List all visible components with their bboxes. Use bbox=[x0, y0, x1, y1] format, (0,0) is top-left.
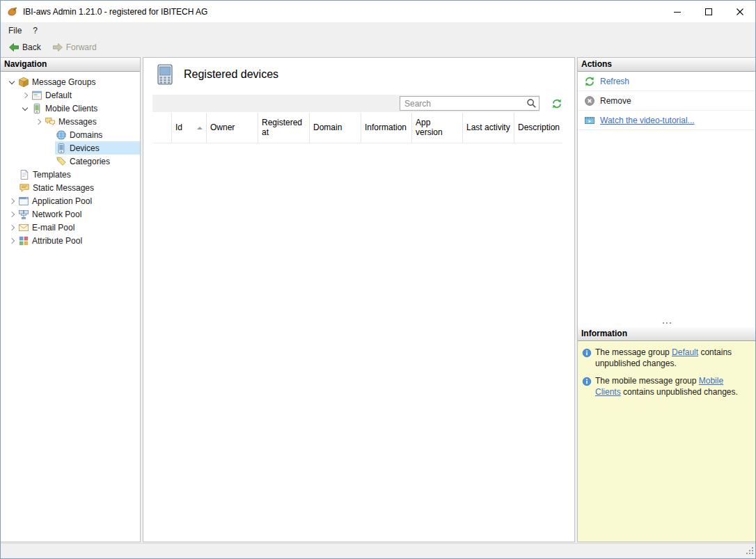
chevron-down-icon[interactable] bbox=[19, 103, 31, 114]
tree-item-mobile-clients[interactable]: Mobile Clients bbox=[1, 102, 140, 115]
search-strip bbox=[152, 95, 540, 112]
refresh-icon bbox=[584, 76, 595, 87]
search-icon[interactable] bbox=[526, 97, 537, 109]
menu-bar: File ? bbox=[1, 22, 755, 38]
chevron-right-icon[interactable] bbox=[33, 116, 44, 127]
forward-arrow-icon bbox=[52, 42, 63, 53]
column-header-blank bbox=[152, 113, 171, 143]
content-area: Navigation Message Groups Default bbox=[1, 56, 755, 543]
devices-icon bbox=[56, 143, 67, 154]
status-bar bbox=[1, 543, 755, 558]
forward-button[interactable]: Forward bbox=[47, 40, 102, 54]
navigation-header: Navigation bbox=[1, 58, 140, 72]
navigation-tree: Message Groups Default Mobile Clients bbox=[1, 72, 140, 247]
chevron-right-icon[interactable] bbox=[6, 196, 17, 207]
domains-icon bbox=[56, 129, 67, 141]
static-messages-icon bbox=[19, 182, 30, 194]
refresh-area bbox=[540, 98, 562, 109]
actions-filler bbox=[578, 130, 755, 318]
search-input[interactable] bbox=[400, 96, 540, 111]
action-watch-video-tutorial[interactable]: Watch the video-tutorial... bbox=[578, 111, 755, 130]
info-icon bbox=[582, 348, 592, 358]
tree-item-templates[interactable]: Templates bbox=[1, 168, 140, 181]
column-header-owner[interactable]: Owner bbox=[206, 113, 258, 143]
refresh-link[interactable]: Refresh bbox=[600, 77, 629, 86]
chevron-right-icon[interactable] bbox=[19, 90, 31, 101]
actions-list: Refresh Remove Watch the video-tutorial.… bbox=[578, 72, 755, 130]
title-bar: IBI-aws Admin 1.21.0 - registered for IB… bbox=[1, 1, 755, 22]
default-group-icon bbox=[31, 90, 42, 101]
search-box bbox=[400, 96, 540, 111]
sort-ascending-icon bbox=[197, 127, 203, 129]
menu-file[interactable]: File bbox=[3, 22, 27, 38]
network-pool-icon bbox=[18, 209, 29, 220]
tree-item-network-pool[interactable]: Network Pool bbox=[1, 207, 140, 221]
resize-grip-icon[interactable] bbox=[746, 546, 754, 557]
close-button[interactable] bbox=[724, 1, 755, 22]
actions-header: Actions bbox=[578, 58, 755, 72]
refresh-icon[interactable] bbox=[551, 98, 562, 109]
registered-devices-icon bbox=[157, 64, 173, 85]
column-header-information[interactable]: Information bbox=[361, 113, 411, 143]
navigation-toolbar: Back Forward bbox=[1, 38, 755, 56]
column-header-registered-at[interactable]: Registered at bbox=[258, 113, 309, 143]
tree-item-attribute-pool[interactable]: Attribute Pool bbox=[1, 234, 140, 247]
tree-item-static-messages[interactable]: Static Messages bbox=[1, 181, 140, 194]
minimize-button[interactable] bbox=[661, 1, 693, 22]
tree-item-default[interactable]: Default bbox=[1, 88, 140, 102]
column-header-description[interactable]: Description bbox=[514, 113, 562, 143]
right-panel: Actions Refresh Remove bbox=[577, 57, 755, 542]
chevron-right-icon[interactable] bbox=[6, 209, 17, 220]
categories-icon bbox=[56, 156, 67, 167]
templates-icon bbox=[19, 169, 30, 180]
devices-table-body bbox=[143, 143, 574, 542]
main-header: Registered devices bbox=[143, 58, 574, 85]
chevron-right-icon[interactable] bbox=[6, 235, 17, 246]
column-header-app-version[interactable]: App version bbox=[411, 113, 462, 143]
tree-item-email-pool[interactable]: E-mail Pool bbox=[1, 221, 140, 234]
info-message-default: The message group Default contains unpub… bbox=[582, 347, 751, 369]
action-remove[interactable]: Remove bbox=[578, 91, 755, 111]
maximize-button[interactable] bbox=[693, 1, 724, 22]
app-window: IBI-aws Admin 1.21.0 - registered for IB… bbox=[0, 0, 756, 559]
info-text: The message group Default contains unpub… bbox=[595, 347, 751, 369]
back-button[interactable]: Back bbox=[3, 40, 46, 54]
information-header: Information bbox=[578, 327, 755, 341]
menu-help[interactable]: ? bbox=[27, 22, 43, 38]
info-text: The mobile message group Mobile Clients … bbox=[595, 376, 751, 397]
video-icon bbox=[584, 115, 595, 126]
search-row bbox=[152, 95, 562, 112]
splitter-grip-icon bbox=[666, 322, 668, 324]
tree-item-application-pool[interactable]: Application Pool bbox=[1, 194, 140, 207]
tree-item-categories[interactable]: Categories bbox=[1, 155, 140, 168]
email-pool-icon bbox=[18, 222, 29, 233]
column-header-last-activity[interactable]: Last activity bbox=[462, 113, 514, 143]
column-header-id[interactable]: Id bbox=[171, 113, 206, 143]
tree-item-messages[interactable]: Messages bbox=[1, 115, 140, 128]
info-message-mobile-clients: The mobile message group Mobile Clients … bbox=[582, 376, 751, 397]
message-groups-icon bbox=[18, 77, 29, 88]
remove-icon bbox=[584, 95, 595, 107]
link-default-group[interactable]: Default bbox=[672, 347, 698, 357]
app-icon bbox=[7, 6, 18, 17]
back-label: Back bbox=[22, 42, 41, 52]
actions-info-splitter[interactable] bbox=[578, 318, 755, 327]
tree-item-message-groups[interactable]: Message Groups bbox=[1, 75, 140, 88]
messages-icon bbox=[45, 116, 56, 127]
mobile-clients-icon bbox=[31, 103, 42, 114]
chevron-right-icon[interactable] bbox=[6, 222, 17, 233]
application-pool-icon bbox=[18, 196, 29, 207]
forward-label: Forward bbox=[66, 42, 97, 52]
tree-item-devices[interactable]: Devices bbox=[1, 141, 140, 155]
video-tutorial-link[interactable]: Watch the video-tutorial... bbox=[600, 116, 695, 125]
action-refresh[interactable]: Refresh bbox=[578, 72, 755, 91]
devices-table-header: Id Owner Registered at Domain Informatio… bbox=[152, 113, 562, 143]
navigation-panel: Navigation Message Groups Default bbox=[1, 57, 141, 542]
window-title: IBI-aws Admin 1.21.0 - registered for IB… bbox=[23, 7, 207, 17]
attribute-pool-icon bbox=[18, 235, 29, 246]
page-title: Registered devices bbox=[184, 68, 278, 81]
tree-item-domains[interactable]: Domains bbox=[1, 128, 140, 141]
info-icon bbox=[582, 377, 592, 386]
column-header-domain[interactable]: Domain bbox=[309, 113, 361, 143]
chevron-down-icon[interactable] bbox=[6, 77, 17, 88]
